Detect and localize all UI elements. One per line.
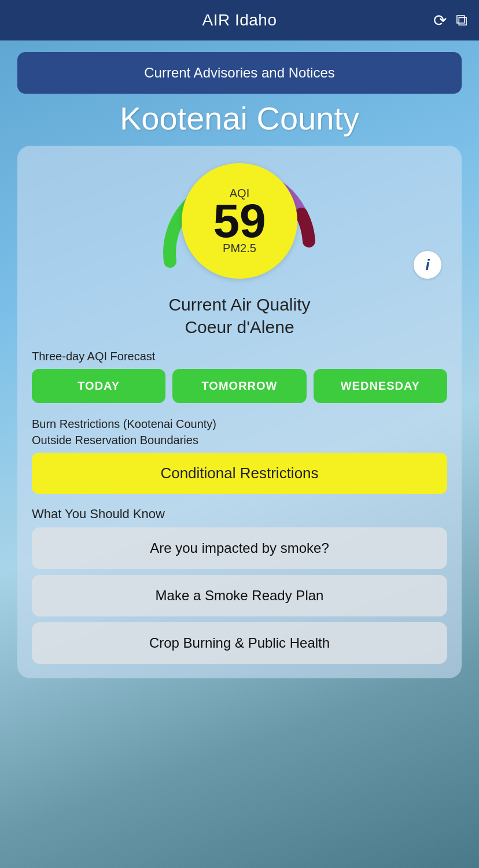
smoke-impact-button[interactable]: Are you impacted by smoke?: [32, 527, 447, 569]
forecast-buttons: TODAY TOMORROW WEDNESDAY: [32, 369, 447, 403]
app-title: AIR Idaho: [202, 11, 277, 29]
forecast-today-button[interactable]: TODAY: [32, 369, 165, 403]
air-quality-line2: Coeur d'Alene: [185, 317, 294, 337]
top-bar-actions: ⟳ ⧉: [433, 11, 467, 30]
county-title: Kootenai County: [17, 99, 462, 137]
info-icon: i: [425, 256, 429, 274]
share-icon[interactable]: ⧉: [456, 11, 467, 30]
forecast-wednesday-button[interactable]: WEDNESDAY: [314, 369, 447, 403]
smoke-ready-plan-button[interactable]: Make a Smoke Ready Plan: [32, 575, 447, 616]
aqi-label-bottom: PM2.5: [223, 242, 256, 255]
aqi-circle: AQI 59 PM2.5: [182, 163, 297, 279]
air-quality-title: Current Air Quality Coeur d'Alene: [32, 293, 447, 338]
conditional-restrictions-button[interactable]: Conditional Restrictions: [32, 453, 447, 494]
info-button[interactable]: i: [414, 251, 441, 279]
aqi-value: 59: [213, 197, 266, 245]
main-content: Current Advisories and Notices Kootenai …: [0, 40, 479, 690]
know-section-label: What You Should Know: [32, 507, 447, 522]
air-quality-line1: Current Air Quality: [168, 295, 310, 314]
refresh-icon[interactable]: ⟳: [433, 11, 447, 30]
main-card: AQI 59 PM2.5 i Current Air Quality Coeur…: [17, 146, 462, 678]
gauge-container: AQI 59 PM2.5 i: [32, 157, 447, 285]
burn-restrictions-line2: Outside Reservation Boundaries: [32, 434, 198, 446]
crop-burning-button[interactable]: Crop Burning & Public Health: [32, 622, 447, 664]
burn-restrictions-label: Burn Restrictions (Kootenai County) Outs…: [32, 416, 447, 448]
advisories-button[interactable]: Current Advisories and Notices: [17, 52, 462, 94]
forecast-section-label: Three-day AQI Forecast: [32, 350, 447, 363]
burn-restrictions-line1: Burn Restrictions (Kootenai County): [32, 418, 216, 430]
forecast-tomorrow-button[interactable]: TOMORROW: [172, 369, 306, 403]
top-bar: AIR Idaho ⟳ ⧉: [0, 0, 479, 40]
